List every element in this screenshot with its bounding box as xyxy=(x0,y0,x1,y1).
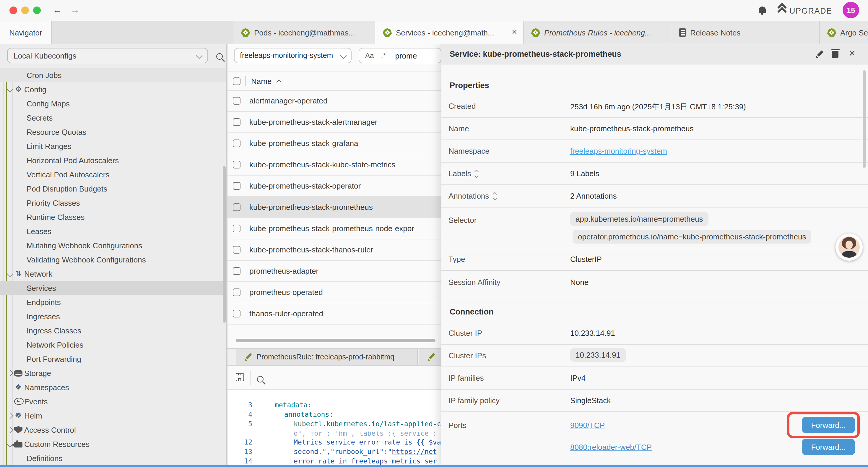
delete-trash-icon[interactable] xyxy=(832,51,838,58)
sidebar-item-secrets[interactable]: Secrets xyxy=(0,111,227,125)
search-input[interactable]: Aa .* prome xyxy=(359,48,441,63)
expand-collapse-icon[interactable] xyxy=(475,170,478,177)
forward-arrow-icon[interactable]: → xyxy=(68,4,82,17)
match-case-toggle[interactable]: Aa xyxy=(365,52,374,60)
sidebar-item-resource-quotas[interactable]: Resource Quotas xyxy=(0,125,227,139)
sidebar-item-config[interactable]: ⚙Config xyxy=(0,82,227,96)
table-row[interactable]: prometheus-adapter xyxy=(227,261,441,282)
sidebar-scrollbar[interactable] xyxy=(223,166,226,323)
close-icon[interactable]: × xyxy=(849,47,855,60)
sidebar-item-helm[interactable]: ☸Helm xyxy=(0,408,227,423)
tab-release-notes[interactable]: Release Notes xyxy=(671,21,819,44)
tab-pods-icecheng-mathmas[interactable]: ☸Pods - icecheng@mathmas... xyxy=(234,21,375,44)
chevron-right-icon[interactable] xyxy=(7,412,13,419)
table-horizontal-scrollbar[interactable] xyxy=(236,339,435,342)
sidebar-item-endpoints[interactable]: Endpoints xyxy=(0,295,227,309)
row-checkbox[interactable] xyxy=(233,161,241,169)
tab-argo-se[interactable]: ☸Argo Se xyxy=(819,21,868,44)
editor-search-icon[interactable] xyxy=(257,376,264,382)
code-url-link[interactable]: https://net xyxy=(392,447,437,456)
table-row[interactable]: kube-prometheus-stack-grafana xyxy=(227,133,441,154)
sidebar-item-ingress-classes[interactable]: Ingress Classes xyxy=(0,323,227,338)
column-header-name[interactable]: Name xyxy=(251,77,280,85)
sidebar-item-validating-webhook-configurations[interactable]: Validating Webhook Configurations xyxy=(0,253,227,267)
sidebar-item-config-maps[interactable]: Config Maps xyxy=(0,96,227,111)
sidebar-item-horizontal-pod-autoscalers[interactable]: Horizontal Pod Autoscalers xyxy=(0,153,227,167)
port-link[interactable]: 9090/TCP xyxy=(570,421,605,430)
chevron-right-icon[interactable] xyxy=(7,370,13,377)
annotations-count[interactable]: 2 Annotations xyxy=(570,192,617,200)
window-minimize-button[interactable] xyxy=(21,6,29,14)
kubeconfig-select[interactable]: Local Kubeconfigs xyxy=(7,48,208,63)
sidebar-item-access-control[interactable]: Access Control xyxy=(0,423,227,437)
chevron-down-icon[interactable] xyxy=(7,441,13,447)
chevron-down-icon[interactable] xyxy=(7,86,13,93)
row-checkbox[interactable] xyxy=(233,182,241,190)
sidebar-item-events[interactable]: Events xyxy=(0,394,227,408)
sidebar-item-pod-disruption-budgets[interactable]: Pod Disruption Budgets xyxy=(0,181,227,196)
namespace-filter-select[interactable]: freeleaps-monitoring-system xyxy=(234,48,351,63)
sidebar-item-leases[interactable]: Leases xyxy=(0,224,227,238)
table-row[interactable]: prometheus-operated xyxy=(227,282,441,303)
notification-count-badge[interactable]: 15 xyxy=(843,2,859,18)
sidebar-item-storage[interactable]: Storage xyxy=(0,366,227,380)
sidebar-item-mutating-webhook-configurations[interactable]: Mutating Webhook Configurations xyxy=(0,238,227,253)
labels-count[interactable]: 9 Labels xyxy=(570,169,599,178)
user-avatar[interactable] xyxy=(836,233,863,261)
row-checkbox[interactable] xyxy=(233,97,241,105)
row-checkbox[interactable] xyxy=(233,289,241,296)
chevron-down-icon[interactable] xyxy=(7,270,13,277)
close-tab-icon[interactable]: × xyxy=(512,27,517,37)
tab-services-icecheng-math[interactable]: ☸Services - icecheng@math...× xyxy=(375,21,524,44)
row-checkbox[interactable] xyxy=(233,310,241,317)
sidebar-item-network[interactable]: ⇅Network xyxy=(0,267,227,281)
sidebar-item-priority-classes[interactable]: Priority Classes xyxy=(0,196,227,210)
sidebar-search-icon[interactable] xyxy=(216,53,223,60)
forward-button[interactable]: Forward... xyxy=(802,439,855,455)
save-icon[interactable] xyxy=(236,373,244,381)
table-row[interactable]: kube-prometheus-stack-prometheus-node-ex… xyxy=(227,218,441,239)
editor-tab-prometheusrule[interactable]: PrometheusRule: freeleaps-prod-rabbitmq xyxy=(236,349,418,365)
sidebar-item-runtime-classes[interactable]: Runtime Classes xyxy=(0,210,227,224)
sidebar-item-port-forwarding[interactable]: Port Forwarding xyxy=(0,352,227,366)
sidebar-item-network-policies[interactable]: Network Policies xyxy=(0,338,227,352)
expand-collapse-icon[interactable] xyxy=(493,193,496,200)
notifications-bell-icon[interactable] xyxy=(759,6,766,13)
regex-toggle[interactable]: .* xyxy=(381,52,385,60)
sidebar-item-vertical-pod-autoscalers[interactable]: Vertical Pod Autoscalers xyxy=(0,167,227,181)
sidebar-item-cron-jobs[interactable]: Cron Jobs xyxy=(0,68,227,82)
yaml-editor[interactable]: 3metadata:4annotations:5kubectl.kubernet… xyxy=(227,389,441,467)
back-arrow-icon[interactable]: ← xyxy=(51,4,64,17)
editor-tab-secondary[interactable] xyxy=(419,349,441,365)
tab-prometheus-rules-icecheng[interactable]: ☸Prometheus Rules - icecheng... xyxy=(524,21,671,44)
chevron-right-icon[interactable] xyxy=(7,427,13,433)
row-checkbox[interactable] xyxy=(233,246,241,254)
table-row[interactable]: kube-prometheus-stack-thanos-ruler xyxy=(227,239,441,261)
row-checkbox[interactable] xyxy=(233,118,241,126)
table-row[interactable]: thanos-ruler-operated xyxy=(227,303,441,324)
sidebar-item-services[interactable]: Services xyxy=(0,281,227,295)
edit-pencil-icon[interactable] xyxy=(815,50,823,58)
sidebar-item-ingresses[interactable]: Ingresses xyxy=(0,309,227,323)
table-row[interactable]: kube-prometheus-stack-operator xyxy=(227,176,441,197)
sidebar-item-custom-resources[interactable]: Custom Resources xyxy=(0,437,227,451)
table-row[interactable]: kube-prometheus-stack-alertmanager xyxy=(227,112,441,133)
upgrade-button[interactable]: UPGRADE xyxy=(779,4,832,18)
row-checkbox[interactable] xyxy=(233,140,241,147)
namespace-link[interactable]: freeleaps-monitoring-system xyxy=(570,147,667,155)
sidebar-item-namespaces[interactable]: ❖Namespaces xyxy=(0,380,227,394)
drawer-scrollbar[interactable] xyxy=(863,70,866,168)
row-checkbox[interactable] xyxy=(233,267,241,275)
table-row[interactable]: kube-prometheus-stack-kube-state-metrics xyxy=(227,154,441,176)
tab-navigator[interactable]: Navigator xyxy=(0,21,52,44)
sidebar-item-definitions[interactable]: Definitions xyxy=(0,451,227,465)
window-close-button[interactable] xyxy=(9,6,17,14)
row-checkbox[interactable] xyxy=(233,225,241,232)
window-zoom-button[interactable] xyxy=(33,6,41,14)
row-checkbox[interactable] xyxy=(233,203,241,211)
table-row[interactable]: kube-prometheus-stack-prometheus xyxy=(227,197,441,218)
select-all-checkbox[interactable] xyxy=(233,77,241,85)
port-link[interactable]: 8080:reloader-web/TCP xyxy=(570,443,652,451)
table-row[interactable]: alertmanager-operated xyxy=(227,90,441,112)
sidebar-item-limit-ranges[interactable]: Limit Ranges xyxy=(0,139,227,153)
